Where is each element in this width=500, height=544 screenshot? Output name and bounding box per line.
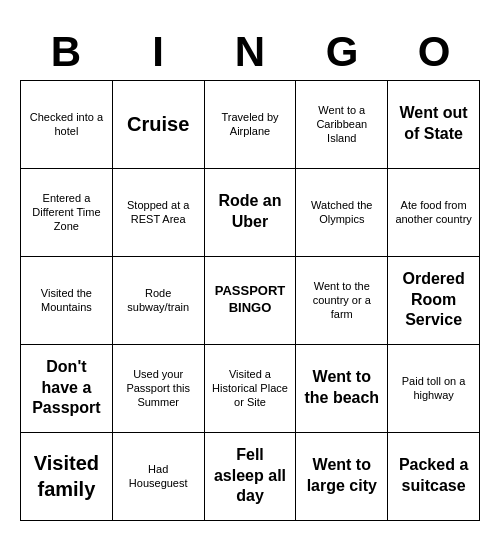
bingo-cell-19[interactable]: Paid toll on a highway <box>388 345 480 433</box>
bingo-cell-16[interactable]: Used your Passport this Summer <box>113 345 205 433</box>
bingo-cell-22[interactable]: Fell asleep all day <box>205 433 297 521</box>
bingo-letter-g: G <box>296 24 388 80</box>
bingo-grid: Checked into a hotelCruiseTraveled by Ai… <box>20 80 480 521</box>
bingo-cell-7[interactable]: Rode an Uber <box>205 169 297 257</box>
bingo-cell-0[interactable]: Checked into a hotel <box>21 81 113 169</box>
bingo-cell-14[interactable]: Ordered Room Service <box>388 257 480 345</box>
bingo-cell-23[interactable]: Went to large city <box>296 433 388 521</box>
bingo-cell-11[interactable]: Rode subway/train <box>113 257 205 345</box>
bingo-cell-6[interactable]: Stopped at a REST Area <box>113 169 205 257</box>
bingo-cell-8[interactable]: Watched the Olympics <box>296 169 388 257</box>
bingo-cell-3[interactable]: Went to a Caribbean Island <box>296 81 388 169</box>
bingo-letter-b: B <box>20 24 112 80</box>
bingo-letter-n: N <box>204 24 296 80</box>
bingo-cell-20[interactable]: Visited family <box>21 433 113 521</box>
bingo-cell-4[interactable]: Went out of State <box>388 81 480 169</box>
bingo-cell-15[interactable]: Don't have a Passport <box>21 345 113 433</box>
bingo-cell-12[interactable]: PASSPORT BINGO <box>205 257 297 345</box>
bingo-cell-1[interactable]: Cruise <box>113 81 205 169</box>
bingo-cell-9[interactable]: Ate food from another country <box>388 169 480 257</box>
bingo-cell-10[interactable]: Visited the Mountains <box>21 257 113 345</box>
bingo-cell-24[interactable]: Packed a suitcase <box>388 433 480 521</box>
bingo-cell-17[interactable]: Visited a Historical Place or Site <box>205 345 297 433</box>
bingo-cell-13[interactable]: Went to the country or a farm <box>296 257 388 345</box>
bingo-cell-21[interactable]: Had Houseguest <box>113 433 205 521</box>
bingo-header: BINGO <box>20 24 480 80</box>
bingo-cell-5[interactable]: Entered a Different Time Zone <box>21 169 113 257</box>
bingo-letter-i: I <box>112 24 204 80</box>
bingo-card: BINGO Checked into a hotelCruiseTraveled… <box>10 14 490 531</box>
bingo-letter-o: O <box>388 24 480 80</box>
bingo-cell-18[interactable]: Went to the beach <box>296 345 388 433</box>
bingo-cell-2[interactable]: Traveled by Airplane <box>205 81 297 169</box>
